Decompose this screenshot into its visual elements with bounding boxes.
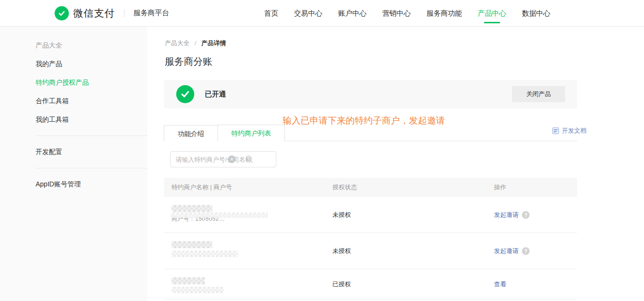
page-title: 服务商分账 <box>165 55 212 68</box>
sidebar-divider <box>36 136 147 136</box>
table-header: 特约商户名称 | 商户号 授权状态 操作 <box>164 178 577 197</box>
dev-doc-label: 开发文档 <box>562 126 587 135</box>
action-link[interactable]: 查看 <box>494 280 506 289</box>
table-row-0: 商户号：1505052…未授权发起邀请? <box>164 197 577 233</box>
action-link[interactable]: 发起邀请 <box>494 247 519 255</box>
merchant-id-wrap: 商户号：1505052… <box>171 214 225 222</box>
status-box: 已开通 关闭产品 <box>164 80 577 108</box>
brand-divider <box>124 10 124 17</box>
nav-items: 首页交易中心账户中心营销中心服务商功能产品中心数据中心 <box>264 0 550 26</box>
sidebar-item-0[interactable]: 产品大全 <box>0 36 147 55</box>
search-box: × <box>170 151 276 167</box>
table-row-2: 已授权查看 <box>164 269 577 300</box>
sidebar-item-3[interactable]: 合作工具箱 <box>0 92 147 110</box>
tab-bar: 功能介绍特约商户列表 <box>164 125 577 141</box>
sidebar: 产品大全我的产品特约商户授权产品合作工具箱我的工具箱开发配置AppID账号管理 <box>0 27 147 301</box>
nav-item-0[interactable]: 首页 <box>264 0 278 26</box>
col-merchant-name: 特约商户名称 | 商户号 <box>171 178 232 197</box>
table-body: 商户号：1505052…未授权发起邀请?未授权发起邀请?已授权查看 <box>164 197 577 300</box>
nav-item-4[interactable]: 服务商功能 <box>426 0 462 26</box>
help-icon[interactable]: ? <box>522 247 530 255</box>
brand-title: 微信支付 <box>73 7 115 20</box>
main-content: 产品大全 / 产品详情 服务商分账 已开通 关闭产品 输入已申请下来的特约子商户… <box>164 27 577 301</box>
merchant-table: 特约商户名称 | 商户号 授权状态 操作 商户号：1505052…未授权发起邀请… <box>164 178 577 300</box>
breadcrumb-current: 产品详情 <box>201 39 226 47</box>
success-check-icon <box>176 85 194 103</box>
wechat-pay-brand[interactable]: 微信支付 服务商平台 <box>55 0 169 26</box>
nav-item-6[interactable]: 数据中心 <box>522 0 550 26</box>
help-icon[interactable]: ? <box>522 211 530 219</box>
redacted-merchant-name <box>171 205 212 212</box>
sidebar-divider <box>36 168 147 168</box>
close-product-button[interactable]: 关闭产品 <box>512 86 565 102</box>
auth-status: 未授权 <box>332 197 351 233</box>
annotation-text: 输入已申请下来的特约子商户，发起邀请 <box>283 115 445 127</box>
search-input[interactable] <box>170 151 276 167</box>
clear-icon[interactable]: × <box>228 155 236 163</box>
nav-item-3[interactable]: 营销中心 <box>382 0 411 26</box>
action-cell: 发起邀请? <box>494 233 530 269</box>
breadcrumb: 产品大全 / 产品详情 <box>165 39 226 48</box>
breadcrumb-separator: / <box>195 39 197 47</box>
document-icon <box>552 127 559 134</box>
merchant-name-cell <box>171 241 238 257</box>
nav-item-2[interactable]: 账户中心 <box>338 0 367 26</box>
auth-status: 已授权 <box>332 269 351 299</box>
col-auth-status: 授权状态 <box>332 178 357 197</box>
nav-item-1[interactable]: 交易中心 <box>294 0 322 26</box>
table-row-1: 未授权发起邀请? <box>164 233 577 269</box>
top-navbar: 微信支付 服务商平台 首页交易中心账户中心营销中心服务商功能产品中心数据中心 <box>0 0 644 27</box>
sidebar-item-2[interactable]: 特约商户授权产品 <box>0 73 147 92</box>
sidebar-item-1[interactable]: 我的产品 <box>0 55 147 73</box>
redaction-overlay <box>170 213 268 218</box>
redacted-merchant-name <box>171 241 212 248</box>
auth-status: 未授权 <box>332 233 351 269</box>
sidebar-item-8[interactable]: AppID账号管理 <box>0 175 147 194</box>
status-label: 已开通 <box>205 80 226 108</box>
action-cell: 发起邀请? <box>494 197 530 233</box>
tab-1[interactable]: 特约商户列表 <box>218 125 285 141</box>
redacted-merchant-id <box>171 251 238 257</box>
search-icon[interactable] <box>245 155 254 164</box>
dev-doc-link[interactable]: 开发文档 <box>552 126 587 135</box>
col-actions: 操作 <box>494 178 506 197</box>
redacted-merchant-name <box>171 277 205 284</box>
merchant-name-cell: 商户号：1505052… <box>171 205 225 222</box>
action-cell: 查看 <box>494 269 506 299</box>
wechat-pay-logo-icon <box>55 6 69 20</box>
action-link[interactable]: 发起邀请 <box>494 211 519 219</box>
sidebar-item-4[interactable]: 我的工具箱 <box>0 110 147 129</box>
tab-0[interactable]: 功能介绍 <box>164 125 218 141</box>
merchant-name-cell <box>171 277 224 293</box>
redacted-merchant-id <box>171 287 224 293</box>
sidebar-item-6[interactable]: 开发配置 <box>0 143 147 161</box>
platform-label: 服务商平台 <box>133 9 169 18</box>
breadcrumb-parent[interactable]: 产品大全 <box>165 39 189 47</box>
nav-item-5[interactable]: 产品中心 <box>478 0 506 26</box>
